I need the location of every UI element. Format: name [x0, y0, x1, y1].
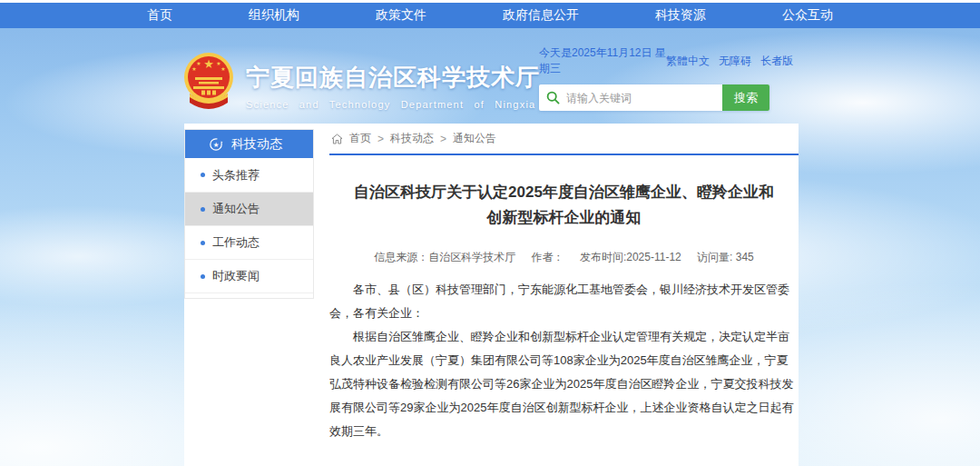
- article-title: 自治区科技厅关于认定2025年度自治区雏鹰企业、瞪羚企业和创新型标杆企业的通知: [348, 180, 781, 231]
- sidebar-item-headlines[interactable]: 头条推荐: [185, 158, 313, 192]
- nav-item-gov-info[interactable]: 政府信息公开: [503, 7, 579, 24]
- sidebar-item-notices[interactable]: 通知公告: [185, 192, 313, 225]
- site-title-block: 宁夏回族自治区科学技术厅 Science and Technology Depa…: [246, 62, 540, 110]
- site-subtitle: Science and Technology Department of Nin…: [246, 99, 540, 110]
- national-emblem-logo[interactable]: ★ ★ ★ ★ ★: [181, 52, 237, 112]
- content-wrapper: ★ 科技动态 头条推荐 通知公告 工作动态 时政要闻: [184, 124, 799, 466]
- nav-item-resources[interactable]: 科技资源: [655, 7, 706, 24]
- search-bar: 搜索: [539, 84, 769, 111]
- sidebar-item-label: 头条推荐: [212, 167, 260, 183]
- svg-text:★: ★: [191, 66, 196, 72]
- svg-text:★: ★: [196, 61, 201, 66]
- header-right: 今天是2025年11月12日 星期三 繁體中文 无障碍 长者版 搜索: [539, 45, 793, 111]
- sidebar-item-political-news[interactable]: 时政要闻: [185, 259, 313, 292]
- link-elder-version[interactable]: 长者版: [760, 54, 793, 69]
- search-button[interactable]: 搜索: [722, 84, 769, 111]
- search-input[interactable]: [566, 84, 722, 111]
- sidebar-item-label: 时政要闻: [212, 268, 260, 284]
- article-meta: 信息来源：自治区科学技术厅 作者： 发布时间:2025-11-12 访问量: 3…: [329, 250, 799, 265]
- nav-item-home[interactable]: 首页: [147, 7, 172, 24]
- science-dynamics-icon: ★: [209, 137, 223, 152]
- meta-visits: 访问量: 345: [697, 251, 754, 263]
- sidebar-item-work-dynamics[interactable]: 工作动态: [185, 225, 313, 259]
- article-body: 各市、县（区）科技管理部门，宁东能源化工基地管委会，银川经济技术开发区管委会，各…: [329, 278, 799, 443]
- breadcrumb-current[interactable]: 通知公告: [453, 131, 496, 146]
- meta-source: 信息来源：自治区科学技术厅: [374, 251, 515, 263]
- meta-publish-time: 发布时间:2025-11-12: [580, 251, 681, 263]
- svg-text:★: ★: [220, 66, 225, 72]
- national-emblem-icon: ★ ★ ★ ★ ★: [181, 52, 237, 112]
- bullet-dot-icon: [201, 241, 205, 245]
- breadcrumb: 首页 > 科技动态 > 通知公告: [329, 124, 799, 155]
- link-accessibility[interactable]: 无障碍: [719, 54, 751, 69]
- sidebar-footer: [185, 292, 313, 298]
- header-meta-row: 今天是2025年11月12日 星期三 繁體中文 无障碍 长者版: [539, 45, 793, 76]
- current-date: 今天是2025年11月12日 星期三: [539, 45, 666, 76]
- page: 首页 组织机构 政策文件 政府信息公开 科技资源 公众互动 ★ ★ ★ ★ ★ …: [0, 0, 980, 466]
- sidebar: ★ 科技动态 头条推荐 通知公告 工作动态 时政要闻: [184, 129, 314, 299]
- bullet-dot-icon: [201, 173, 205, 177]
- site-title: 宁夏回族自治区科学技术厅: [246, 62, 540, 94]
- search-icon: [539, 84, 566, 111]
- nav-item-organization[interactable]: 组织机构: [249, 7, 299, 24]
- breadcrumb-section[interactable]: 科技动态: [390, 131, 434, 146]
- main-nav: 首页 组织机构 政策文件 政府信息公开 科技资源 公众互动: [0, 3, 980, 28]
- breadcrumb-separator: >: [377, 133, 384, 145]
- article-area: 首页 > 科技动态 > 通知公告 自治区科技厅关于认定2025年度自治区雏鹰企业…: [329, 124, 799, 466]
- nav-item-interaction[interactable]: 公众互动: [782, 7, 833, 24]
- sidebar-title: 科技动态: [231, 136, 282, 153]
- sidebar-item-label: 工作动态: [212, 234, 260, 251]
- bullet-dot-icon: [201, 207, 205, 212]
- breadcrumb-separator: >: [440, 133, 446, 145]
- sidebar-header: ★ 科技动态: [185, 130, 313, 158]
- body-paragraph: 各市、县（区）科技管理部门，宁东能源化工基地管委会，银川经济技术开发区管委会，各…: [329, 278, 799, 325]
- header-links: 繁體中文 无障碍 长者版: [666, 54, 793, 69]
- nav-item-policy[interactable]: 政策文件: [376, 7, 426, 24]
- body-paragraph: 根据自治区雏鹰企业、瞪羚企业和创新型标杆企业认定管理有关规定，决定认定半亩良人农…: [329, 325, 799, 443]
- meta-author: 作者：: [532, 251, 564, 263]
- breadcrumb-home[interactable]: 首页: [349, 131, 371, 146]
- bullet-dot-icon: [201, 274, 205, 279]
- svg-text:★: ★: [203, 57, 214, 71]
- home-icon: [331, 134, 343, 144]
- svg-text:★: ★: [213, 141, 220, 149]
- link-traditional-chinese[interactable]: 繁體中文: [666, 54, 710, 69]
- sidebar-item-label: 通知公告: [212, 201, 260, 217]
